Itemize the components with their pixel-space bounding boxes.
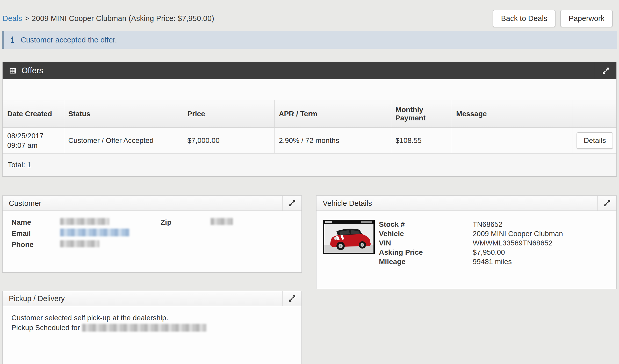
- vehicle-label: Vehicle: [379, 229, 473, 238]
- header-apr-term: APR / Term: [275, 100, 391, 128]
- customer-name-value-redacted: [60, 218, 161, 227]
- vehicle-panel-header: Vehicle Details: [316, 196, 616, 211]
- right-column: Vehicle Details: [316, 195, 617, 289]
- offer-date-cell: 08/25/2017 09:07 am: [3, 128, 64, 154]
- asking-price-value: $7,950.00: [473, 248, 563, 257]
- pickup-method-text: Customer selected self pick-up at the de…: [11, 313, 301, 323]
- stock-number-label: Stock #: [379, 220, 473, 229]
- customer-phone-value-redacted: [60, 240, 161, 249]
- offer-details-button[interactable]: Details: [577, 132, 613, 149]
- table-grid-icon: [9, 67, 17, 75]
- offer-row: 08/25/2017 09:07 am Customer / Offer Acc…: [3, 128, 616, 154]
- offer-date: 08/25/2017: [7, 131, 60, 141]
- customer-expand-icon[interactable]: [282, 196, 301, 210]
- info-alert-text: Customer accepted the offer.: [21, 36, 117, 44]
- customer-panel-title: Customer: [9, 199, 41, 208]
- left-column: Customer Name Zip Email: [2, 195, 302, 364]
- customer-zip-label: Zip: [161, 218, 211, 227]
- customer-panel-header: Customer: [3, 196, 301, 211]
- offer-time: 09:07 am: [7, 141, 60, 150]
- lower-section: Customer Name Zip Email: [2, 195, 617, 364]
- vehicle-photo: [323, 220, 375, 254]
- offer-message-cell: [452, 128, 572, 154]
- customer-panel-body: Name Zip Email Phone: [3, 211, 301, 272]
- header-date-created: Date Created: [3, 100, 64, 128]
- offers-toolbar: [3, 79, 616, 100]
- top-bar: Deals>2009 MINI Cooper Clubman (Asking P…: [0, 0, 619, 31]
- customer-name-label: Name: [11, 218, 60, 227]
- header-actions: [572, 100, 616, 128]
- offer-monthly-payment-cell: $108.55: [391, 128, 452, 154]
- mileage-label: Mileage: [379, 257, 473, 266]
- pickup-panel-body: Customer selected self pick-up at the de…: [3, 306, 301, 364]
- offers-panel-title: Offers: [21, 66, 43, 75]
- customer-email-label: Email: [11, 229, 60, 238]
- customer-email-value-redacted: [60, 229, 161, 238]
- header-message: Message: [452, 100, 572, 128]
- header-status: Status: [64, 100, 183, 128]
- offers-panel-header: Offers: [3, 62, 616, 79]
- header-monthly-payment: Monthly Payment: [391, 100, 452, 128]
- breadcrumb-separator: >: [25, 14, 29, 23]
- offer-status-cell: Customer / Offer Accepted: [64, 128, 183, 154]
- customer-zip-value-redacted: [211, 218, 301, 227]
- pickup-expand-icon[interactable]: [282, 291, 301, 306]
- info-alert: i Customer accepted the offer.: [2, 31, 617, 49]
- back-to-deals-button[interactable]: Back to Deals: [493, 10, 556, 27]
- offers-total: Total: 1: [3, 154, 616, 176]
- offers-table: Date Created Status Price APR / Term Mon…: [3, 100, 616, 154]
- asking-price-label: Asking Price: [379, 248, 473, 257]
- stock-number-value: TN68652: [473, 220, 563, 229]
- vehicle-panel-body: Stock # TN68652 Vehicle 2009 MINI Cooper…: [316, 211, 616, 289]
- breadcrumb-deals-link[interactable]: Deals: [3, 14, 22, 23]
- vin-value: WMWML33569TN68652: [473, 238, 563, 248]
- vehicle-details-panel: Vehicle Details: [316, 195, 617, 289]
- pickup-delivery-panel: Pickup / Delivery Customer selected self…: [2, 291, 302, 364]
- vehicle-expand-icon[interactable]: [597, 196, 616, 210]
- vin-label: VIN: [379, 238, 473, 248]
- vehicle-value: 2009 MINI Cooper Clubman: [473, 229, 563, 238]
- offers-table-header-row: Date Created Status Price APR / Term Mon…: [3, 100, 616, 128]
- breadcrumb-current: 2009 MINI Cooper Clubman (Asking Price: …: [32, 14, 214, 23]
- info-icon: i: [11, 35, 14, 45]
- customer-panel: Customer Name Zip Email: [2, 195, 302, 273]
- top-actions: Back to Deals Paperwork: [493, 10, 613, 27]
- pickup-panel-header: Pickup / Delivery: [3, 291, 301, 306]
- pickup-panel-title: Pickup / Delivery: [9, 294, 65, 303]
- customer-phone-label: Phone: [11, 240, 60, 249]
- pickup-schedule-redacted: [82, 324, 206, 332]
- offer-price-cell: $7,000.00: [183, 128, 275, 154]
- mileage-value: 99481 miles: [473, 257, 563, 266]
- offers-panel: Offers Date Created Status Price APR / T…: [2, 62, 617, 177]
- vehicle-details-list: Stock # TN68652 Vehicle 2009 MINI Cooper…: [379, 220, 563, 289]
- header-price: Price: [183, 100, 275, 128]
- deal-detail-page: Deals>2009 MINI Cooper Clubman (Asking P…: [0, 0, 619, 364]
- paperwork-button[interactable]: Paperwork: [560, 10, 613, 27]
- breadcrumb: Deals>2009 MINI Cooper Clubman (Asking P…: [3, 14, 214, 23]
- offer-actions-cell: Details: [572, 128, 616, 154]
- vehicle-panel-title: Vehicle Details: [323, 199, 372, 208]
- offer-apr-term-cell: 2.90% / 72 months: [275, 128, 391, 154]
- offers-expand-icon[interactable]: [595, 62, 616, 79]
- pickup-schedule-prefix: Pickup Scheduled for: [11, 323, 80, 333]
